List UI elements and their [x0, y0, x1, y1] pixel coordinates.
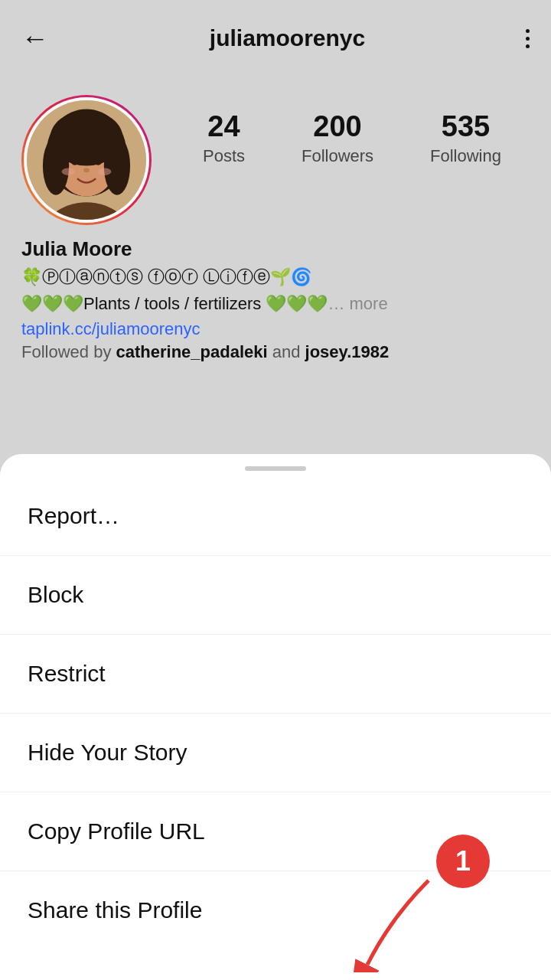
profile-link[interactable]: taplink.cc/juliamoorenyc — [21, 319, 530, 339]
following-count: 535 — [430, 110, 501, 143]
profile-display-name: Julia Moore — [21, 237, 530, 261]
menu-item-hide-story[interactable]: Hide Your Story — [0, 714, 551, 792]
menu-item-block[interactable]: Block — [0, 556, 551, 635]
avatar — [24, 97, 149, 223]
followers-count: 200 — [302, 110, 373, 143]
bio-section: Julia Moore 🍀Ⓟⓛⓐⓝⓣⓢ ⓕⓞⓡ Ⓛⓘⓕⓔ🌱🌀 💚💚💚Plants… — [21, 237, 530, 365]
svg-point-6 — [104, 137, 130, 195]
followed-by: Followed by catherine_padaleki and josey… — [21, 342, 530, 362]
followers-stat[interactable]: 200 Followers — [302, 110, 373, 166]
posts-label: Posts — [203, 146, 245, 166]
following-label: Following — [430, 146, 501, 166]
svg-point-5 — [43, 137, 69, 195]
more-options-button[interactable] — [526, 29, 530, 48]
following-stat[interactable]: 535 Following — [430, 110, 501, 166]
svg-point-9 — [83, 168, 90, 172]
bottom-sheet: Report… Block Restrict Hide Your Story C… — [0, 454, 551, 980]
posts-count: 24 — [203, 110, 245, 143]
sheet-drag-handle[interactable] — [245, 466, 306, 471]
svg-point-10 — [62, 168, 75, 175]
svg-point-8 — [94, 155, 103, 165]
followed-by-prefix: Followed by — [21, 342, 116, 361]
bio-line-1: 🍀Ⓟⓛⓐⓝⓣⓢ ⓕⓞⓡ Ⓛⓘⓕⓔ🌱🌀 — [21, 266, 530, 289]
bio-line-2: 💚💚💚Plants / tools / fertilizers 💚💚💚… mor… — [21, 292, 530, 316]
more-link[interactable]: … more — [328, 294, 387, 313]
svg-point-7 — [70, 155, 79, 165]
profile-username: juliamoorenyc — [210, 25, 365, 51]
menu-item-restrict[interactable]: Restrict — [0, 635, 551, 714]
sheet-handle-wrap — [0, 454, 551, 477]
header: ← juliamoorenyc — [0, 0, 551, 77]
stats-group: 24 Posts 200 Followers 535 Following — [174, 95, 530, 166]
profile-stats-row: 24 Posts 200 Followers 535 Following — [0, 77, 551, 243]
posts-stat[interactable]: 24 Posts — [203, 110, 245, 166]
follower-user1[interactable]: catherine_padaleki — [116, 342, 268, 361]
avatar-ring[interactable] — [21, 95, 152, 225]
svg-point-11 — [98, 168, 111, 175]
dot-icon — [526, 29, 530, 33]
dot-icon — [526, 44, 530, 48]
back-button[interactable]: ← — [21, 22, 49, 54]
followers-label: Followers — [302, 146, 373, 166]
follower-user2[interactable]: josey.1982 — [305, 342, 390, 361]
followed-by-middle: and — [268, 342, 305, 361]
menu-item-share-profile[interactable]: Share this Profile — [0, 871, 551, 949]
menu-item-report[interactable]: Report… — [0, 477, 551, 556]
menu-item-copy-url[interactable]: Copy Profile URL — [0, 792, 551, 871]
dot-icon — [526, 37, 530, 41]
